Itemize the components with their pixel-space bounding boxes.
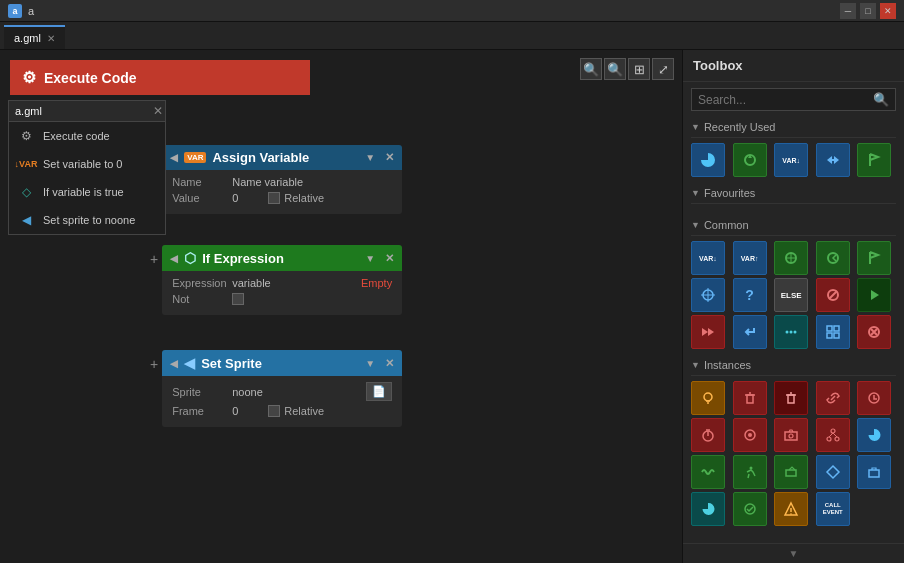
toolbox-common-crosshair[interactable] bbox=[691, 278, 725, 312]
assign-relative-checkbox[interactable] bbox=[268, 192, 280, 204]
set-sprite-block: ◀ ◀ Set Sprite ▼ ✕ Sprite noone 📄 Frame bbox=[162, 350, 402, 427]
toolbox-inst-target[interactable] bbox=[733, 418, 767, 452]
minimize-button[interactable]: ─ bbox=[840, 3, 856, 19]
assign-dropdown-icon[interactable]: ▼ bbox=[365, 152, 375, 163]
zoom-fit-button[interactable]: ⊞ bbox=[628, 58, 650, 80]
scroll-down-arrow: ▼ bbox=[789, 548, 799, 559]
toolbox-common-var-up[interactable]: VAR↑ bbox=[733, 241, 767, 275]
toolbox-common-globe-ret[interactable] bbox=[816, 241, 850, 275]
common-header[interactable]: ▼ Common bbox=[691, 215, 896, 236]
sprite-dropdown-icon[interactable]: ▼ bbox=[365, 358, 375, 369]
toolbox-title: Toolbox bbox=[683, 50, 904, 82]
toolbox-common-question[interactable]: ? bbox=[733, 278, 767, 312]
toolbox-icon-var-down[interactable]: VAR↓ bbox=[774, 143, 808, 177]
toolbox-inst-wave[interactable] bbox=[691, 455, 725, 489]
toolbox-inst-trash2[interactable] bbox=[774, 381, 808, 415]
toolbox-inst-trash[interactable] bbox=[733, 381, 767, 415]
execute-code-header: ⚙ Execute Code bbox=[10, 60, 310, 95]
toolbox-search-input[interactable] bbox=[698, 93, 873, 107]
toolbox-inst-camera[interactable] bbox=[774, 418, 808, 452]
assign-name-value: Name variable bbox=[232, 176, 303, 188]
toolbox-icon-pacman[interactable] bbox=[691, 143, 725, 177]
if-not-checkbox[interactable] bbox=[232, 293, 244, 305]
toolbox-section-instances: ▼ Instances bbox=[683, 355, 904, 532]
sprite-relative-checkbox[interactable] bbox=[268, 405, 280, 417]
dropdown-clear-icon[interactable]: ✕ bbox=[153, 104, 163, 118]
toolbox-inst-run[interactable] bbox=[733, 455, 767, 489]
canvas-area[interactable]: 🔍 🔍 ⊞ ⤢ ⚙ Execute Code + ◀ VAR Assign Va… bbox=[0, 50, 682, 563]
recently-used-label: Recently Used bbox=[704, 121, 776, 133]
toolbox-common-no-circle[interactable] bbox=[816, 278, 850, 312]
sprite-close-icon[interactable]: ✕ bbox=[385, 357, 394, 370]
add-before-if[interactable]: + bbox=[150, 245, 158, 267]
toolbox-inst-pacman2[interactable] bbox=[857, 418, 891, 452]
favourites-header[interactable]: ▼ Favourites bbox=[691, 183, 896, 204]
dropdown-search-input[interactable] bbox=[15, 105, 153, 117]
toolbox-inst-diamond[interactable] bbox=[816, 455, 850, 489]
if-label: If Expression bbox=[202, 251, 284, 266]
close-button[interactable]: ✕ bbox=[880, 3, 896, 19]
zoom-expand-button[interactable]: ⤢ bbox=[652, 58, 674, 80]
execute-code-icon: ⚙ bbox=[22, 68, 36, 87]
toolbox-inst-orange1[interactable] bbox=[774, 492, 808, 526]
dropdown-item-ifvariable[interactable]: ◇ If variable is true bbox=[9, 178, 165, 206]
assign-value-label: Value bbox=[172, 192, 232, 204]
assign-var-icon: VAR bbox=[184, 152, 206, 163]
if-collapse-arrow[interactable]: ◀ bbox=[170, 253, 178, 264]
svg-rect-8 bbox=[827, 326, 832, 331]
toolbox-icon-rotate[interactable] bbox=[733, 143, 767, 177]
toolbox-inst-clock[interactable] bbox=[857, 381, 891, 415]
toolbox-inst-timer[interactable] bbox=[691, 418, 725, 452]
toolbox-common-var-down[interactable]: VAR↓ bbox=[691, 241, 725, 275]
toolbox-inst-teal1[interactable] bbox=[691, 492, 725, 526]
toolbox-inst-blue2[interactable]: CALLEVENT bbox=[816, 492, 850, 526]
sprite-file-icon[interactable]: 📄 bbox=[366, 382, 392, 401]
toolbox-icon-flag[interactable] bbox=[857, 143, 891, 177]
assign-close-icon[interactable]: ✕ bbox=[385, 151, 394, 164]
toolbox-scroll-indicator[interactable]: ▼ bbox=[683, 543, 904, 563]
tab-close-icon[interactable]: ✕ bbox=[47, 33, 55, 44]
app-icon: a bbox=[8, 4, 22, 18]
toolbox-icon-arrows[interactable] bbox=[816, 143, 850, 177]
if-close-icon[interactable]: ✕ bbox=[385, 252, 394, 265]
toolbox-common-else[interactable]: ELSE bbox=[774, 278, 808, 312]
assign-collapse-arrow[interactable]: ◀ bbox=[170, 152, 178, 163]
toolbox-inst-green1[interactable] bbox=[733, 492, 767, 526]
tab-label: a.gml bbox=[14, 32, 41, 44]
tab-agml[interactable]: a.gml ✕ bbox=[4, 25, 65, 49]
toolbox-common-play[interactable] bbox=[857, 278, 891, 312]
svg-point-7 bbox=[794, 331, 797, 334]
toolbox-inst-slide[interactable] bbox=[774, 455, 808, 489]
toolbox-inst-extra[interactable] bbox=[857, 455, 891, 489]
dropdown-item-execute[interactable]: ⚙ Execute code bbox=[9, 122, 165, 150]
toolbox-section-favourites: ▼ Favourites bbox=[683, 183, 904, 215]
zoom-in-button[interactable]: 🔍 bbox=[580, 58, 602, 80]
assign-value-field: Value 0 Relative bbox=[172, 192, 392, 204]
toolbox-common-x-circle[interactable] bbox=[857, 315, 891, 349]
maximize-button[interactable]: □ bbox=[860, 3, 876, 19]
recently-used-header[interactable]: ▼ Recently Used bbox=[691, 117, 896, 138]
svg-point-13 bbox=[704, 393, 712, 401]
toolbox-common-return[interactable] bbox=[733, 315, 767, 349]
instances-label: Instances bbox=[704, 359, 751, 371]
toolbox-common-fast-fwd[interactable] bbox=[691, 315, 725, 349]
toolbox-common-flag[interactable] bbox=[857, 241, 891, 275]
sprite-collapse-arrow[interactable]: ◀ bbox=[170, 358, 178, 369]
dropdown-item-setvariable[interactable]: ↓VAR Set variable to 0 bbox=[9, 150, 165, 178]
dropdown-item-setsprite[interactable]: ◀ Set sprite to noone bbox=[9, 206, 165, 234]
recently-used-grid: VAR↓ bbox=[691, 143, 896, 177]
toolbox-common-globe-go[interactable] bbox=[774, 241, 808, 275]
title-bar-left: a a bbox=[8, 4, 34, 18]
instances-header[interactable]: ▼ Instances bbox=[691, 355, 896, 376]
toolbox-common-dots[interactable] bbox=[774, 315, 808, 349]
toolbox-common-grid[interactable] bbox=[816, 315, 850, 349]
toolbox-inst-bulb[interactable] bbox=[691, 381, 725, 415]
main-layout: 🔍 🔍 ⊞ ⤢ ⚙ Execute Code + ◀ VAR Assign Va… bbox=[0, 50, 904, 563]
add-before-sprite[interactable]: + bbox=[150, 350, 158, 372]
toolbox-inst-network[interactable] bbox=[816, 418, 850, 452]
assign-name-label: Name bbox=[172, 176, 232, 188]
toolbox-scroll-area[interactable]: ▼ Recently Used bbox=[683, 117, 904, 543]
toolbox-inst-link[interactable] bbox=[816, 381, 850, 415]
zoom-out-button[interactable]: 🔍 bbox=[604, 58, 626, 80]
if-dropdown-icon[interactable]: ▼ bbox=[365, 253, 375, 264]
